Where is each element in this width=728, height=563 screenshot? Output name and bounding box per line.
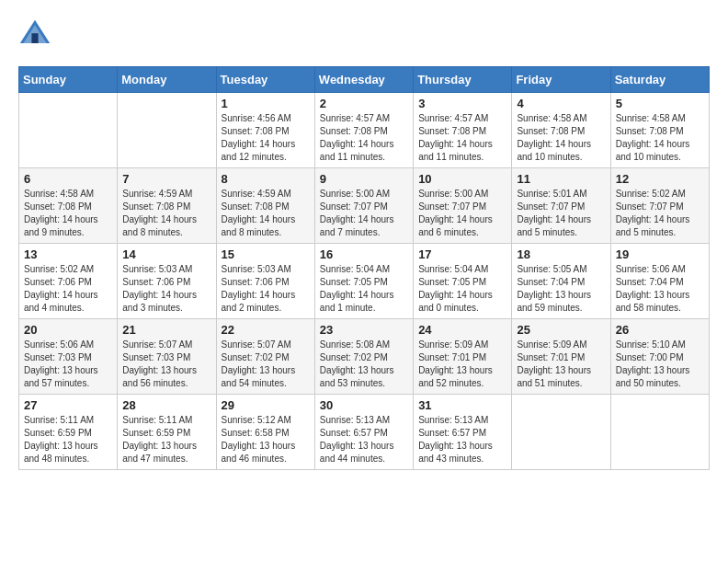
day-number: 28	[122, 398, 210, 412]
day-number: 26	[616, 323, 704, 337]
day-number: 27	[24, 398, 112, 412]
calendar-cell: 12Sunrise: 5:02 AMSunset: 7:07 PMDayligh…	[610, 168, 709, 244]
day-number: 12	[616, 172, 704, 186]
day-detail: Sunrise: 5:01 AMSunset: 7:07 PMDaylight:…	[517, 188, 605, 239]
day-detail: Sunrise: 4:59 AMSunset: 7:08 PMDaylight:…	[222, 188, 310, 239]
calendar-cell: 25Sunrise: 5:09 AMSunset: 7:01 PMDayligh…	[512, 319, 610, 395]
calendar-cell: 26Sunrise: 5:10 AMSunset: 7:00 PMDayligh…	[610, 319, 709, 395]
day-number: 8	[222, 172, 310, 186]
logo-icon	[18, 18, 51, 52]
day-detail: Sunrise: 5:07 AMSunset: 7:03 PMDaylight:…	[122, 339, 210, 390]
calendar-cell: 6Sunrise: 4:58 AMSunset: 7:08 PMDaylight…	[19, 168, 118, 244]
weekday-header: Wednesday	[314, 67, 413, 93]
calendar-cell: 2Sunrise: 4:57 AMSunset: 7:08 PMDaylight…	[314, 93, 413, 168]
calendar-cell: 8Sunrise: 4:59 AMSunset: 7:08 PMDaylight…	[216, 168, 314, 244]
svg-rect-2	[31, 33, 38, 43]
day-number: 15	[222, 247, 310, 261]
calendar-cell: 5Sunrise: 4:58 AMSunset: 7:08 PMDaylight…	[610, 93, 709, 168]
weekday-header: Saturday	[610, 67, 709, 93]
calendar-week-row: 1Sunrise: 4:56 AMSunset: 7:08 PMDaylight…	[19, 93, 710, 168]
day-number: 22	[222, 323, 310, 337]
day-detail: Sunrise: 4:58 AMSunset: 7:08 PMDaylight:…	[616, 112, 704, 164]
day-detail: Sunrise: 5:04 AMSunset: 7:05 PMDaylight:…	[418, 263, 506, 315]
day-detail: Sunrise: 5:02 AMSunset: 7:07 PMDaylight:…	[616, 188, 704, 239]
calendar-cell: 13Sunrise: 5:02 AMSunset: 7:06 PMDayligh…	[19, 244, 118, 319]
day-detail: Sunrise: 5:00 AMSunset: 7:07 PMDaylight:…	[320, 188, 408, 239]
day-detail: Sunrise: 5:06 AMSunset: 7:03 PMDaylight:…	[24, 339, 112, 390]
day-detail: Sunrise: 5:11 AMSunset: 6:59 PMDaylight:…	[122, 414, 210, 465]
day-detail: Sunrise: 5:10 AMSunset: 7:00 PMDaylight:…	[616, 339, 704, 390]
day-detail: Sunrise: 5:08 AMSunset: 7:02 PMDaylight:…	[320, 339, 408, 390]
calendar-cell: 30Sunrise: 5:13 AMSunset: 6:57 PMDayligh…	[314, 395, 413, 470]
calendar-cell: 22Sunrise: 5:07 AMSunset: 7:02 PMDayligh…	[216, 319, 314, 395]
day-number: 9	[320, 172, 408, 186]
calendar-cell: 23Sunrise: 5:08 AMSunset: 7:02 PMDayligh…	[314, 319, 413, 395]
day-number: 29	[222, 398, 310, 412]
day-number: 10	[418, 172, 506, 186]
day-detail: Sunrise: 5:06 AMSunset: 7:04 PMDaylight:…	[616, 263, 704, 315]
page-header	[18, 18, 710, 52]
calendar-cell: 31Sunrise: 5:13 AMSunset: 6:57 PMDayligh…	[414, 395, 512, 470]
calendar-cell: 7Sunrise: 4:59 AMSunset: 7:08 PMDaylight…	[118, 168, 216, 244]
calendar-cell: 1Sunrise: 4:56 AMSunset: 7:08 PMDaylight…	[216, 93, 314, 168]
day-detail: Sunrise: 5:00 AMSunset: 7:07 PMDaylight:…	[418, 188, 506, 239]
day-detail: Sunrise: 5:07 AMSunset: 7:02 PMDaylight:…	[222, 339, 310, 390]
calendar-cell: 3Sunrise: 4:57 AMSunset: 7:08 PMDaylight…	[414, 93, 512, 168]
day-number: 17	[418, 247, 506, 261]
calendar-cell: 11Sunrise: 5:01 AMSunset: 7:07 PMDayligh…	[512, 168, 610, 244]
day-number: 16	[320, 247, 408, 261]
weekday-header: Friday	[512, 67, 610, 93]
day-number: 20	[24, 323, 112, 337]
day-number: 5	[616, 97, 704, 110]
day-number: 18	[517, 247, 605, 261]
day-number: 3	[418, 97, 506, 110]
day-number: 30	[320, 398, 408, 412]
day-number: 6	[24, 172, 112, 186]
day-number: 7	[122, 172, 210, 186]
day-number: 1	[222, 97, 310, 110]
calendar-cell: 9Sunrise: 5:00 AMSunset: 7:07 PMDaylight…	[314, 168, 413, 244]
day-detail: Sunrise: 5:02 AMSunset: 7:06 PMDaylight:…	[24, 263, 112, 315]
calendar-cell	[610, 395, 709, 470]
day-detail: Sunrise: 5:12 AMSunset: 6:58 PMDaylight:…	[222, 414, 310, 465]
weekday-header: Monday	[118, 67, 216, 93]
day-number: 19	[616, 247, 704, 261]
day-number: 4	[517, 97, 605, 110]
day-detail: Sunrise: 5:09 AMSunset: 7:01 PMDaylight:…	[418, 339, 506, 390]
day-detail: Sunrise: 4:57 AMSunset: 7:08 PMDaylight:…	[418, 112, 506, 164]
calendar-week-row: 13Sunrise: 5:02 AMSunset: 7:06 PMDayligh…	[19, 244, 710, 319]
day-number: 25	[517, 323, 605, 337]
day-detail: Sunrise: 5:03 AMSunset: 7:06 PMDaylight:…	[222, 263, 310, 315]
day-number: 14	[122, 247, 210, 261]
calendar-table: SundayMondayTuesdayWednesdayThursdayFrid…	[18, 66, 710, 470]
day-number: 31	[418, 398, 506, 412]
day-detail: Sunrise: 5:05 AMSunset: 7:04 PMDaylight:…	[517, 263, 605, 315]
day-detail: Sunrise: 5:13 AMSunset: 6:57 PMDaylight:…	[320, 414, 408, 465]
day-detail: Sunrise: 4:56 AMSunset: 7:08 PMDaylight:…	[222, 112, 310, 164]
day-detail: Sunrise: 4:58 AMSunset: 7:08 PMDaylight:…	[517, 112, 605, 164]
logo	[18, 18, 55, 52]
calendar-cell: 16Sunrise: 5:04 AMSunset: 7:05 PMDayligh…	[314, 244, 413, 319]
day-detail: Sunrise: 4:57 AMSunset: 7:08 PMDaylight:…	[320, 112, 408, 164]
calendar-cell: 27Sunrise: 5:11 AMSunset: 6:59 PMDayligh…	[19, 395, 118, 470]
calendar-week-row: 27Sunrise: 5:11 AMSunset: 6:59 PMDayligh…	[19, 395, 710, 470]
calendar-cell: 19Sunrise: 5:06 AMSunset: 7:04 PMDayligh…	[610, 244, 709, 319]
calendar-cell: 20Sunrise: 5:06 AMSunset: 7:03 PMDayligh…	[19, 319, 118, 395]
day-number: 24	[418, 323, 506, 337]
calendar-cell: 4Sunrise: 4:58 AMSunset: 7:08 PMDaylight…	[512, 93, 610, 168]
day-number: 13	[24, 247, 112, 261]
calendar-cell	[19, 93, 118, 168]
calendar-cell: 29Sunrise: 5:12 AMSunset: 6:58 PMDayligh…	[216, 395, 314, 470]
calendar-header-row: SundayMondayTuesdayWednesdayThursdayFrid…	[19, 67, 710, 93]
day-detail: Sunrise: 5:09 AMSunset: 7:01 PMDaylight:…	[517, 339, 605, 390]
day-number: 11	[517, 172, 605, 186]
calendar-cell	[118, 93, 216, 168]
calendar-week-row: 20Sunrise: 5:06 AMSunset: 7:03 PMDayligh…	[19, 319, 710, 395]
calendar-cell: 14Sunrise: 5:03 AMSunset: 7:06 PMDayligh…	[118, 244, 216, 319]
day-detail: Sunrise: 5:04 AMSunset: 7:05 PMDaylight:…	[320, 263, 408, 315]
calendar-cell: 24Sunrise: 5:09 AMSunset: 7:01 PMDayligh…	[414, 319, 512, 395]
calendar-cell: 28Sunrise: 5:11 AMSunset: 6:59 PMDayligh…	[118, 395, 216, 470]
calendar-cell: 21Sunrise: 5:07 AMSunset: 7:03 PMDayligh…	[118, 319, 216, 395]
day-number: 23	[320, 323, 408, 337]
day-detail: Sunrise: 5:11 AMSunset: 6:59 PMDaylight:…	[24, 414, 112, 465]
